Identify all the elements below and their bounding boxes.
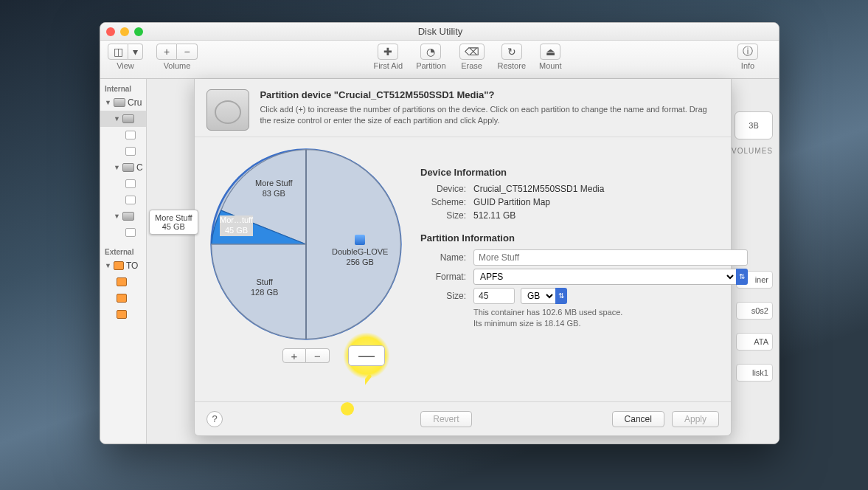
- slice-label: More Stuff: [255, 179, 293, 189]
- external-disk-icon: [117, 310, 127, 319]
- first-aid-label: First Aid: [373, 61, 403, 70]
- partition-info-header: Partition Information: [420, 232, 748, 244]
- volume-icon: [125, 196, 136, 204]
- format-label: Format:: [420, 272, 466, 282]
- zoom-icon[interactable]: [134, 27, 143, 36]
- tooltip-name: More Stuff: [155, 213, 192, 222]
- view-mode-button[interactable]: ◫: [108, 44, 128, 60]
- mount-button[interactable]: ⏏: [540, 44, 560, 60]
- apply-button[interactable]: Apply: [672, 411, 719, 427]
- sidebar-item-ext2[interactable]: [100, 290, 146, 306]
- toolbar: ◫ ▾ View + − Volume ✚First Aid ◔Partitio…: [100, 41, 779, 79]
- volume-icon: [125, 228, 136, 237]
- restore-label: Restore: [498, 61, 527, 70]
- sidebar-item-c3[interactable]: ▼: [100, 208, 146, 224]
- sidebar: Internal ▼Cru ▼ ▼C ▼ External ▼TO: [100, 79, 147, 444]
- info-label: Info: [741, 61, 754, 70]
- external-disk-icon: [117, 294, 127, 303]
- tooltip-size: 45 GB: [155, 222, 192, 231]
- hdd-icon: [122, 114, 134, 123]
- sidebar-item-label: Cru: [128, 97, 142, 108]
- slice-label: Stuff: [251, 277, 278, 288]
- view-dropdown-button[interactable]: ▾: [128, 44, 143, 60]
- volume-label: Volume: [164, 61, 191, 70]
- hdd-icon: [114, 98, 125, 107]
- slice-size: 128 GB: [251, 288, 278, 298]
- view-label: View: [117, 61, 134, 70]
- erase-label: Erase: [461, 61, 482, 70]
- sidebar-item-vol4[interactable]: [100, 192, 146, 208]
- sidebar-item-vol5[interactable]: [100, 224, 146, 241]
- capacity-badge: 3B: [735, 111, 773, 139]
- partition-tooltip: More Stuff 45 GB: [149, 210, 198, 235]
- partition-name-input[interactable]: [473, 249, 748, 266]
- close-icon[interactable]: [106, 27, 115, 36]
- sidebar-item-label: C: [136, 162, 143, 173]
- disk-icon: [206, 89, 249, 131]
- sidebar-item-vol1[interactable]: [100, 127, 146, 143]
- partition-label: Partition: [416, 61, 445, 70]
- slice-label: Mor…tuff: [220, 215, 253, 226]
- size-label: Size:: [420, 210, 466, 221]
- remove-partition-button[interactable]: −: [306, 348, 330, 363]
- slice-size: 45 GB: [220, 226, 253, 236]
- add-partition-button[interactable]: +: [282, 348, 306, 363]
- sidebar-item-label: TO: [126, 260, 138, 271]
- sidebar-item-crucial[interactable]: ▼Cru: [100, 94, 146, 111]
- sidebar-section-external: External: [100, 245, 146, 258]
- external-disk-icon: [114, 261, 124, 270]
- main-panel: 3B VOLUMES iner s0s2 ATA lisk1 Partition…: [147, 79, 779, 444]
- partition-sheet: Partition device "Crucial_CT512M550SSD1 …: [194, 79, 732, 436]
- cancel-button[interactable]: Cancel: [612, 411, 664, 427]
- volume-remove-button[interactable]: −: [177, 44, 198, 60]
- sidebar-item-vol3[interactable]: [100, 176, 146, 192]
- sidebar-item-ext1[interactable]: [100, 274, 146, 290]
- scheme-label: Scheme:: [420, 197, 466, 207]
- disk-utility-window: Disk Utility ◫ ▾ View + − Volume ✚First …: [100, 22, 780, 444]
- scheme-value: GUID Partition Map: [473, 197, 550, 207]
- slice-label: DoubleG-LOVE: [332, 247, 388, 258]
- erase-button[interactable]: ⌫: [459, 44, 485, 60]
- device-value: Crucial_CT512M550SSD1 Media: [473, 184, 604, 194]
- info-button[interactable]: ⓘ: [737, 44, 758, 60]
- device-label: Device:: [420, 184, 466, 194]
- titlebar: Disk Utility: [100, 23, 779, 41]
- window-controls: [106, 27, 143, 36]
- sidebar-item-container[interactable]: ▼: [100, 111, 146, 127]
- hdd-icon: [122, 212, 134, 221]
- volume-icon: [125, 131, 136, 139]
- sheet-title: Partition device "Crucial_CT512M550SSD1 …: [260, 89, 719, 100]
- partition-size-input[interactable]: [473, 288, 515, 304]
- window-title: Disk Utility: [143, 26, 737, 37]
- name-label: Name:: [420, 252, 466, 263]
- slice-size: 256 GB: [332, 258, 388, 268]
- volume-add-button[interactable]: +: [156, 44, 177, 60]
- size-unit-select[interactable]: GB: [521, 288, 556, 304]
- partition-button[interactable]: ◔: [420, 44, 441, 60]
- partition-pie[interactable]: More Stuff 83 GB Mor…tuff 45 GB Stuff 12…: [209, 148, 403, 341]
- mount-label: Mount: [539, 61, 562, 70]
- revert-button[interactable]: Revert: [420, 411, 471, 427]
- sidebar-item-vol2[interactable]: [100, 143, 146, 159]
- sheet-description: Click add (+) to increase the number of …: [260, 104, 719, 126]
- minimize-icon[interactable]: [120, 27, 129, 36]
- format-select[interactable]: APFS: [473, 269, 737, 285]
- volume-icon: [125, 147, 136, 156]
- size-hint-2: Its minimum size is 18.14 GB.: [473, 318, 748, 329]
- device-info-header: Device Information: [420, 167, 748, 178]
- volume-icon: [125, 179, 136, 188]
- psize-label: Size:: [420, 291, 466, 301]
- select-arrows-icon[interactable]: ⇅: [736, 269, 748, 285]
- info-cell: lisk1: [736, 364, 773, 382]
- size-hint-1: This container has 102.6 MB used space.: [473, 307, 748, 318]
- first-aid-button[interactable]: ✚: [378, 44, 398, 60]
- help-button[interactable]: ?: [206, 411, 223, 427]
- sidebar-section-internal: Internal: [100, 82, 146, 94]
- select-arrows-icon[interactable]: ⇅: [555, 288, 567, 304]
- restore-button[interactable]: ↻: [501, 44, 522, 60]
- badge-value: 3B: [749, 121, 758, 130]
- sidebar-item-ext3[interactable]: [100, 306, 146, 322]
- sidebar-item-to[interactable]: ▼TO: [100, 258, 146, 274]
- external-disk-icon: [117, 277, 127, 286]
- sidebar-item-c2[interactable]: ▼C: [100, 159, 146, 176]
